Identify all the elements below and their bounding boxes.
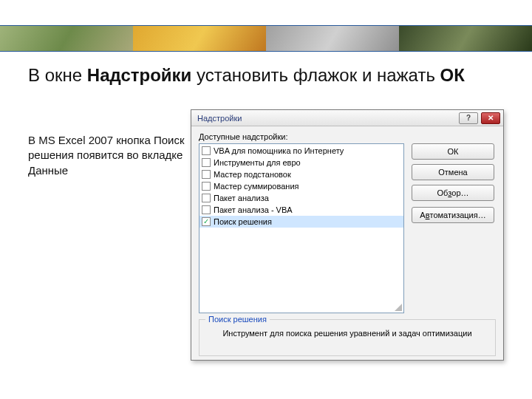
list-item-label: Пакет анализа [214, 194, 269, 202]
checkbox[interactable] [202, 194, 211, 202]
browse-button[interactable]: Обзор… [412, 185, 494, 201]
list-item-label: Инструменты для евро [214, 158, 301, 167]
description-groupbox: Поиск решения Инструмент для поиска реше… [199, 319, 496, 356]
title-text: В окне [28, 65, 87, 85]
title-bold-1: Надстройки [87, 65, 192, 85]
slide-title: В окне Надстройки установить флажок и на… [28, 64, 502, 87]
slide-subtitle: В MS Excel 2007 кнопка Поиск решения поя… [28, 133, 187, 178]
title-bold-2: ОК [440, 65, 465, 85]
list-item[interactable]: ✓Поиск решения [200, 216, 403, 228]
list-item[interactable]: VBA для помощника по Интернету [200, 145, 403, 157]
list-item[interactable]: Мастер суммирования [200, 180, 403, 192]
close-button[interactable]: ✕ [481, 112, 500, 124]
ok-button[interactable]: ОК [412, 143, 494, 160]
list-item[interactable]: Инструменты для евро [200, 157, 403, 168]
list-item[interactable]: Пакет анализа [200, 192, 403, 204]
available-addins-label: Доступные надстройки: [199, 132, 496, 141]
list-item-label: Поиск решения [214, 217, 272, 226]
automation-button[interactable]: Автоматизация… [412, 207, 494, 223]
list-item[interactable]: Пакет анализа - VBA [200, 204, 403, 216]
checkbox[interactable] [202, 146, 211, 155]
checkbox[interactable] [202, 158, 211, 167]
list-item-label: Мастер суммирования [214, 182, 299, 191]
checkbox[interactable] [202, 182, 211, 191]
titlebar[interactable]: Надстройки ? ✕ [191, 110, 503, 126]
list-item-label: Пакет анализа - VBA [214, 205, 293, 214]
checkbox[interactable] [202, 170, 211, 179]
groupbox-text: Инструмент для поиска решения уравнений … [205, 326, 489, 338]
groupbox-legend: Поиск решения [205, 315, 270, 324]
list-item-label: VBA для помощника по Интернету [214, 146, 344, 155]
addins-listbox[interactable]: VBA для помощника по ИнтернетуИнструмент… [199, 143, 404, 313]
dialog-title: Надстройки [197, 114, 456, 123]
checkbox[interactable]: ✓ [202, 217, 211, 226]
list-item[interactable]: Мастер подстановок [200, 168, 403, 180]
list-item-label: Мастер подстановок [214, 170, 291, 179]
title-text-2: установить флажок и нажать [191, 65, 440, 85]
decorative-banner [0, 25, 532, 52]
cancel-button[interactable]: Отмена [412, 164, 494, 180]
resize-grip-icon [395, 304, 402, 311]
checkbox[interactable] [202, 205, 211, 214]
help-button[interactable]: ? [459, 112, 478, 124]
addins-dialog: Надстройки ? ✕ Доступные надстройки: VBA… [191, 109, 504, 361]
